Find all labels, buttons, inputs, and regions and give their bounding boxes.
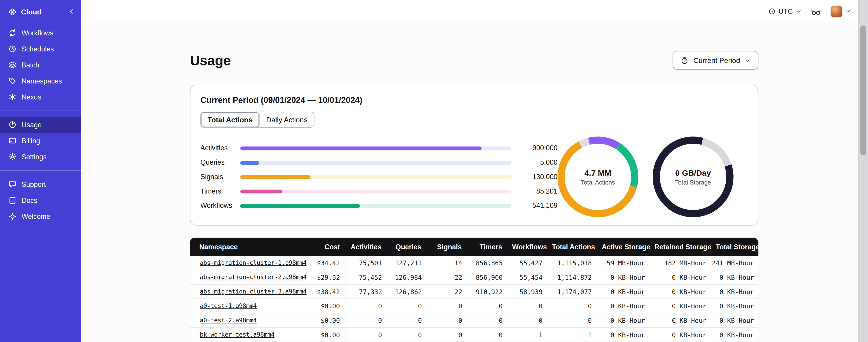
table-cell: 0 KB-Hour: [711, 313, 759, 327]
donut-center: 0 GB/Day Total Storage: [660, 144, 726, 210]
table-cell: 1: [508, 328, 548, 342]
namespace-link[interactable]: abs-migration-cluster-3.a98mm4: [200, 288, 307, 295]
topbar: UTC: [81, 0, 858, 23]
column-header-total-actions: Total Actions: [547, 243, 597, 251]
vertical-scrollbar[interactable]: [858, 0, 868, 342]
namespace-link[interactable]: a0-test-1.a98mm4: [200, 302, 257, 309]
table-row: bk-worker-test.a98mm4$0.000000110 KB-Hou…: [190, 328, 758, 342]
total-actions-donut-chart: 4.7 MM Total Actions: [557, 136, 638, 217]
user-menu[interactable]: [830, 5, 851, 18]
table-cell: 0: [548, 299, 597, 313]
table-cell: 0 KB-Hour: [597, 299, 650, 313]
bar-row-workflows: Workflows541,109: [200, 199, 557, 213]
table-cell: 910,922: [467, 285, 508, 299]
card-title: Current Period (09/01/2024 — 10/01/2024): [200, 95, 748, 104]
table-cell: 0: [508, 299, 548, 313]
stopwatch-icon: [681, 56, 689, 65]
sidebar-item-usage[interactable]: Usage: [0, 116, 81, 133]
table-cell: 0 KB-Hour: [650, 299, 711, 313]
column-header-namespace: Namespace: [190, 243, 313, 251]
table-cell: $34.42: [313, 256, 345, 270]
table-cell: 1,115,018: [548, 256, 597, 270]
table-cell: 0: [548, 313, 597, 327]
namespace-cell: bk-worker-test.a98mm4: [190, 328, 313, 342]
table-cell: 0: [467, 299, 508, 313]
sidebar-item-label: Batch: [22, 61, 39, 69]
table-cell: 75,501: [345, 256, 387, 270]
bar-fill: [240, 175, 311, 179]
period-dropdown-button[interactable]: Current Period: [673, 51, 758, 69]
sidebar-item-settings[interactable]: Settings: [0, 149, 81, 165]
table-row: abs-migration-cluster-2.a98mm4$29.3275,4…: [190, 270, 758, 285]
table-cell: $0.00: [313, 328, 345, 342]
table-cell: 55,427: [508, 256, 548, 270]
column-header-cost: Cost: [313, 243, 345, 251]
sidebar-item-label: Schedules: [22, 45, 54, 53]
bar-value: 130,000: [512, 173, 557, 181]
chevron-down-icon: [796, 8, 802, 14]
table-cell: $29.32: [313, 270, 345, 284]
sidebar: Cloud WorkflowsSchedulesBatchNamespacesN…: [0, 0, 81, 342]
glasses-icon[interactable]: [811, 6, 821, 16]
timezone-selector[interactable]: UTC: [769, 7, 802, 15]
main-area: UTC Usage Current Period Current Period …: [81, 0, 868, 342]
namespaces-icon: [8, 77, 17, 85]
billing-icon: [8, 136, 17, 145]
cloud-logo-row[interactable]: Cloud: [0, 0, 81, 23]
period-dropdown-label: Current Period: [693, 56, 740, 65]
namespace-usage-table: NamespaceCostActivitiesQueriesSignalsTim…: [190, 238, 758, 342]
table-cell: 126,862: [387, 285, 427, 299]
sidebar-item-schedules[interactable]: Schedules: [0, 41, 81, 57]
table-cell: 0: [427, 313, 467, 327]
table-cell: 0: [387, 313, 427, 327]
usage-charts: Activities900,000Queries5,000Signals130,…: [200, 136, 748, 217]
namespace-link[interactable]: abs-migration-cluster-1.a98mm4: [200, 259, 307, 266]
table-cell: $38.42: [313, 285, 345, 299]
tab-total-actions[interactable]: Total Actions: [201, 112, 259, 127]
column-header-retained-storage: Retained Storage: [649, 243, 711, 251]
actions-bar-chart: Activities900,000Queries5,000Signals130,…: [200, 141, 557, 213]
bar-fill: [240, 204, 360, 208]
sidebar-item-label: Workflows: [22, 29, 54, 37]
sidebar-item-billing[interactable]: Billing: [0, 133, 81, 149]
table-cell: 0 KB-Hour: [711, 285, 759, 299]
table-cell: 0 KB-Hour: [650, 285, 711, 299]
table-cell: 0: [387, 328, 427, 342]
sidebar-item-docs[interactable]: Docs: [0, 193, 81, 208]
column-header-signals: Signals: [426, 243, 467, 251]
namespace-link[interactable]: abs-migration-cluster-2.a98mm4: [200, 274, 307, 281]
bar-track: [240, 161, 512, 165]
sidebar-item-batch[interactable]: Batch: [0, 57, 81, 73]
sidebar-item-workflows[interactable]: Workflows: [0, 25, 81, 41]
namespace-link[interactable]: a0-test-2.a98mm4: [200, 317, 257, 324]
table-cell: 0 KB-Hour: [711, 299, 759, 313]
total-storage-value: 0 GB/Day: [675, 168, 711, 177]
total-actions-label: Total Actions: [581, 179, 615, 185]
table-cell: 0: [345, 299, 387, 313]
bar-label: Queries: [200, 159, 240, 166]
bar-fill: [240, 161, 259, 165]
table-row: abs-migration-cluster-1.a98mm4$34.4275,5…: [190, 256, 758, 270]
sidebar-nav-main: WorkflowsSchedulesBatchNamespacesNexus: [0, 25, 81, 105]
scrollbar-thumb[interactable]: [860, 26, 866, 156]
namespace-cell: abs-migration-cluster-1.a98mm4: [190, 256, 313, 270]
sidebar-item-support[interactable]: Support: [0, 176, 81, 193]
sidebar-collapse-button[interactable]: [67, 8, 75, 15]
sidebar-item-namespaces[interactable]: Namespaces: [0, 73, 81, 89]
sidebar-item-nexus[interactable]: Nexus: [0, 89, 81, 105]
schedules-icon: [8, 45, 17, 53]
actions-tab-group: Total ActionsDaily Actions: [200, 112, 315, 128]
namespace-link[interactable]: bk-worker-test.a98mm4: [200, 331, 275, 338]
tab-daily-actions[interactable]: Daily Actions: [259, 112, 314, 127]
table-cell: 0 KB-Hour: [650, 328, 711, 342]
sidebar-item-welcome[interactable]: Welcome: [0, 208, 81, 225]
table-cell: 856,865: [467, 256, 508, 270]
donut-center: 4.7 MM Total Actions: [565, 144, 631, 210]
table-cell: 1,174,077: [548, 285, 597, 299]
table-cell: 0 KB-Hour: [597, 270, 650, 284]
table-cell: 127,211: [387, 256, 427, 270]
table-cell: $0.00: [313, 313, 345, 327]
bar-label: Timers: [200, 187, 240, 195]
bar-label: Signals: [200, 173, 240, 181]
column-header-timers: Timers: [467, 243, 507, 251]
